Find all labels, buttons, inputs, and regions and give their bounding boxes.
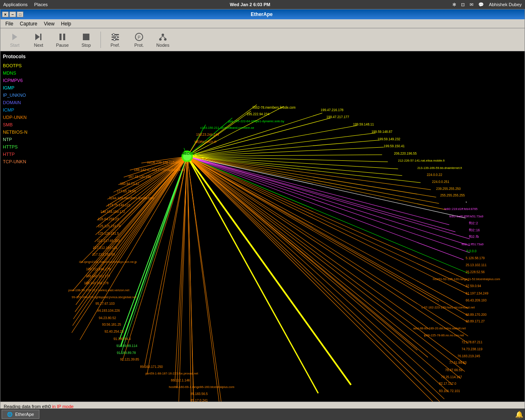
toolbar-separator-1	[100, 32, 101, 48]
svg-text:adsl-68-89-189-20.dsl.hstnx.sw: adsl-68-89-189-20.dsl.hstnx.swbell.net	[413, 326, 466, 330]
pref-icon	[110, 32, 120, 42]
svg-text:host86-160-69-1.range86-160.bt: host86-160-69-1.range86-160.btcentralplu…	[169, 385, 234, 389]
svg-text:ff02::16: ff02::16	[469, 228, 480, 232]
protocol-http[interactable]: HTTP	[1, 151, 39, 158]
svg-text:79.25.114.167: 79.25.114.167	[441, 375, 462, 379]
svg-text:89.163.171.250: 89.163.171.250	[140, 365, 163, 369]
svg-text:ff02::fb: ff02::fb	[469, 235, 479, 239]
svg-text:117.217.65.203: 117.217.65.203	[97, 239, 120, 243]
svg-text:177.65.76.65: 177.65.76.65	[117, 189, 136, 193]
stop-button[interactable]: Stop	[75, 30, 97, 50]
svg-text:c-67-162-223-139.hsd1.mi.comca: c-67-162-223-139.hsd1.mi.comcast.net	[421, 306, 475, 309]
menu-capture[interactable]: Capture	[16, 20, 41, 27]
svg-text:126.64.255.23: 126.64.255.23	[98, 217, 119, 221]
system-tray-bluetooth: ✻	[452, 2, 456, 7]
svg-text:77.51.99.83: 77.51.99.83	[449, 361, 467, 365]
protocol-udp-unkn[interactable]: UDP-UNKN	[1, 114, 39, 121]
menu-bar: File Capture View Help	[0, 19, 525, 28]
protocol-bootps[interactable]: BOOTPS	[1, 62, 39, 69]
svg-text:117.212.183.121: 117.212.183.121	[93, 246, 118, 250]
window-maximize-button[interactable]: □	[17, 11, 23, 17]
svg-text:91.189.89.78: 91.189.89.78	[117, 351, 136, 355]
menu-file[interactable]: File	[2, 20, 16, 27]
nodes-button[interactable]: Nodes	[152, 30, 174, 50]
svg-text:net36.233.188-113.ertelecom.ru: net36.233.188-113.ertelecom.ru	[147, 161, 194, 164]
svg-text:pool-108-50-128-211.nwrknj.eas: pool-108-50-128-211.nwrknj.east.verizon.…	[68, 288, 130, 292]
svg-text:92.40.254.23: 92.40.254.23	[105, 330, 124, 333]
protocol-mdns[interactable]: MDNS	[1, 69, 39, 77]
network-graph[interactable]: PRECISE net36.233.188-113.ertelecom.ru 1…	[40, 51, 525, 402]
prot-icon: P	[134, 32, 144, 42]
protocol-smb[interactable]: SMB	[1, 121, 39, 128]
svg-text:0.0.0.0: 0.0.0.0	[466, 249, 477, 253]
svg-text:224.0.0.251: 224.0.0.251	[432, 180, 450, 184]
svg-line-18	[163, 36, 165, 38]
svg-rect-2	[40, 34, 41, 40]
places-menu[interactable]: Places	[34, 2, 48, 7]
protocol-tcp-unkn[interactable]: TCP-UNKN	[1, 158, 39, 165]
protocol-icpmpv6[interactable]: ICPMPV6	[1, 77, 39, 84]
protocol-domain[interactable]: DOMAIN	[1, 99, 39, 106]
svg-text:25.228.52.56: 25.228.52.56	[466, 270, 485, 274]
pause-icon	[57, 32, 67, 42]
pref-label: Pref.	[110, 43, 120, 48]
menu-help[interactable]: Help	[58, 20, 75, 27]
start-icon	[10, 32, 20, 42]
svg-text:fe80::bef6:85ff:fe51:73a9: fe80::bef6:85ff:fe51:73a9	[449, 215, 483, 218]
svg-text:72.178.87.211: 72.178.87.211	[461, 340, 483, 344]
svg-point-9	[113, 34, 115, 36]
applications-menu[interactable]: Applications	[3, 2, 27, 7]
system-bar-left: Applications Places	[3, 2, 48, 7]
svg-text:74.73.238.119: 74.73.238.119	[461, 347, 483, 351]
svg-text:ip68-225-78-86.no.no.cox.net: ip68-225-78-86.no.no.cox.net	[424, 333, 464, 337]
svg-point-10	[116, 36, 118, 38]
main-content: Protocols BOOTPS MDNS ICPMPV6 IGMP IP_UN…	[0, 51, 525, 402]
system-bar-right: ✻ ⊡ ✉ 💬 Abhishek Dubey	[452, 2, 522, 7]
svg-text:91.180.94.4: 91.180.94.4	[114, 337, 131, 340]
svg-text:199.59.148.11: 199.59.148.11	[353, 123, 374, 126]
svg-text:c193-150-211-18.bredband.comhe: c193-150-211-18.bredband.comhem.se	[200, 126, 254, 130]
svg-text:85.183.56.5: 85.183.56.5	[190, 392, 208, 396]
prot-button[interactable]: P Prot.	[128, 30, 150, 50]
svg-text:206.220.196.55: 206.220.196.55	[394, 152, 417, 155]
next-button[interactable]: Next	[27, 30, 50, 50]
pause-button[interactable]: Pause	[51, 30, 73, 50]
svg-point-11	[114, 39, 116, 41]
protocol-netbios-n[interactable]: NETBIOS-N	[1, 128, 39, 136]
protocol-ip-unkno[interactable]: IP_UNKNO	[1, 91, 39, 99]
svg-text:61.197.134.249: 61.197.134.249	[466, 292, 488, 295]
window-minimize-button[interactable]: −	[9, 11, 16, 17]
svg-point-15	[159, 38, 162, 41]
menu-view[interactable]: View	[41, 20, 58, 27]
protocols-title: Protocols	[1, 53, 39, 60]
svg-point-16	[164, 38, 167, 41]
window-close-button[interactable]: ×	[2, 11, 9, 17]
window-title: EtherApe	[23, 11, 500, 17]
svg-text:224.0.0.22: 224.0.0.22	[427, 173, 442, 177]
nodes-icon	[158, 32, 168, 42]
toolbar: Start Next Pause	[0, 28, 525, 51]
system-tray-chat: 💬	[478, 2, 484, 7]
svg-text:192.168.1.1: 192.168.1.1	[182, 152, 200, 155]
svg-text:188-142-47-226.FTTH.ispfabrek.: 188-142-47-226.FTTH.ispfabrek.nl	[134, 168, 185, 172]
pref-button[interactable]: Pref.	[104, 30, 126, 50]
protocol-icmp[interactable]: ICMP	[1, 106, 39, 114]
svg-line-17	[160, 36, 163, 38]
protocol-igmp[interactable]: IGMP	[1, 84, 39, 91]
protocol-https[interactable]: HTTPS	[1, 143, 39, 151]
start-button[interactable]: Start	[4, 30, 26, 50]
svg-text:193.23.244.244: 193.23.244.244	[196, 133, 219, 137]
svg-text:68.89.170.200: 68.89.170.200	[466, 313, 487, 317]
svg-text:85.17.0.241: 85.17.0.241	[190, 399, 208, 402]
taskbar-app-button[interactable]: 🌐 EtherApe	[2, 410, 39, 411]
svg-text:78.47.66.59: 78.47.66.59	[445, 368, 463, 372]
window-controls[interactable]: × − □	[2, 11, 23, 17]
pause-label: Pause	[56, 43, 68, 48]
taskbar: 🌐 EtherApe 🔔	[0, 409, 525, 411]
system-bar: Applications Places Wed Jan 2 6:03 PM ✻ …	[0, 0, 525, 9]
svg-text:108.160.161.177: 108.160.161.177	[86, 274, 110, 278]
protocol-ntp[interactable]: NTP	[1, 136, 39, 143]
svg-text:187.23.120.159: 187.23.120.159	[128, 175, 151, 179]
svg-text:66.43.209.193: 66.43.209.193	[466, 299, 487, 302]
svg-text:68.89.171.27: 68.89.171.27	[466, 320, 485, 323]
